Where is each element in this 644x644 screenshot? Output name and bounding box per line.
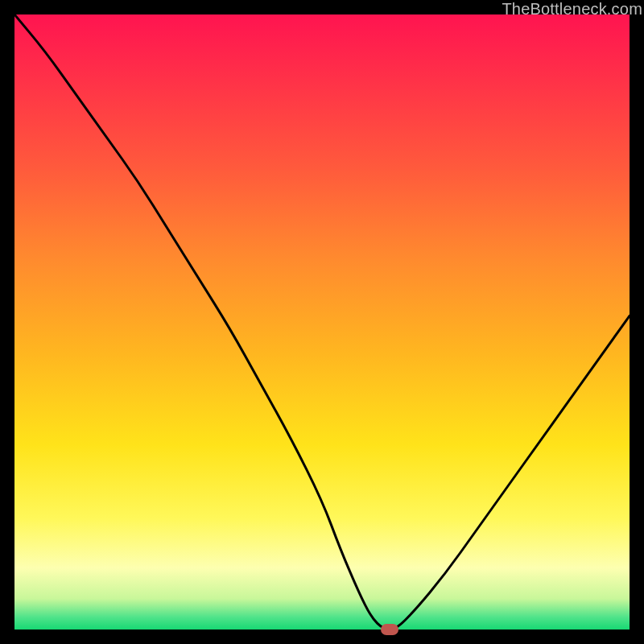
- plot-area: [14, 14, 630, 630]
- chart-frame: [14, 14, 630, 630]
- curve-layer: [14, 14, 630, 630]
- bottleneck-point-marker: [381, 624, 398, 635]
- bottleneck-curve: [14, 14, 630, 630]
